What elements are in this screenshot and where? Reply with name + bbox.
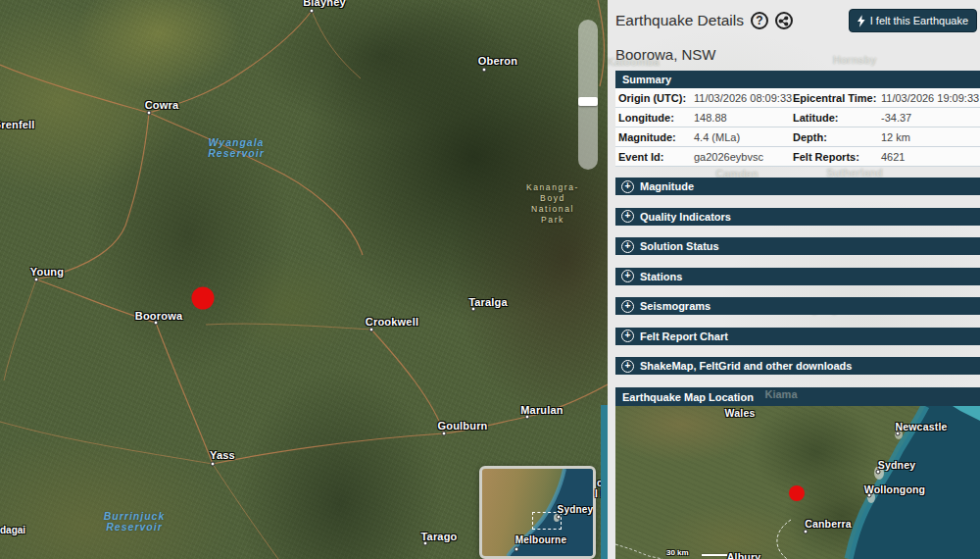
map-location-header: Earthquake Map Location [615,387,980,406]
accordion-stations[interactable]: +Stations [615,268,980,285]
town-dot-yass [211,462,216,467]
minimap-label-newcastle: Newcastle [895,421,947,432]
town-dot-young [34,278,39,282]
minimap-label-albury: Albury [727,551,760,559]
accordion-label: Felt Report Chart [640,330,728,342]
summary-value: 11/03/2026 19:09:33 [881,92,980,104]
summary-value: ga2026eybvsc [694,151,793,163]
expand-plus-icon: + [621,210,634,223]
map-label-young: Young [30,266,64,278]
accordion-magnitude[interactable]: +Magnitude [615,178,980,195]
minimap-dot-canberra [804,530,808,534]
summary-header: Summary [615,71,980,88]
town-dot-blayney [310,9,315,14]
minimap-scale-label: 30 km [666,548,689,557]
expand-plus-icon: + [621,180,634,193]
summary-label: Longitude: [618,112,694,124]
map-label-crookwell: Crookwell [366,316,418,328]
minimap-scale-line [702,554,727,556]
summary-label: Felt Reports: [793,151,881,163]
minimap-label-wales: Wales [725,407,756,419]
epicenter-marker[interactable] [192,287,215,310]
summary-row: Magnitude:4.4 (MLa)Depth:12 km [615,127,980,147]
map-zoom-handle[interactable] [578,97,598,106]
main-map[interactable]: SydneyMelbourne BlayneyOberonCowraGrenfe… [0,0,608,559]
share-icon[interactable] [775,12,793,29]
accordion-quality-indicators[interactable]: +Quality Indicators [615,208,980,226]
accordion-label: Solution Status [640,240,719,252]
minimap-edge-strip [601,405,608,559]
town-dot-crookwell [369,328,374,332]
town-dot-marulan [525,415,530,420]
accordion-label: Magnitude [640,180,694,192]
location-minimap[interactable]: 30 km WalesNewcastleSydneyWollongongCanb… [615,406,980,559]
water-label-wyangala-reservoir: Wyangala Reservoir [208,137,264,159]
minimap-dot-newcastle [896,432,901,436]
map-label-grenfell: Grenfell [0,119,35,130]
lightning-icon [858,15,865,27]
park-label-kanangra-boyd-national-park: Kanangra-Boyd National Park [525,182,580,226]
summary-label: Latitude: [793,112,881,124]
summary-value: 11/03/2026 08:09:33 [694,92,793,104]
ghost-label-katoomba: Katoomba [608,56,660,68]
accordion-felt-report-chart[interactable]: +Felt Report Chart [615,328,980,345]
summary-value: 4621 [881,151,980,163]
ghost-label-kiama: Kiama [764,388,797,400]
map-location-header-label: Earthquake Map Location [622,391,754,403]
map-label-boorowa: Boorowa [135,310,182,322]
town-dot-tarago [423,541,428,546]
felt-button-label: I felt this Earthquake [870,15,968,26]
map-label-yass: Yass [210,449,235,461]
town-dot-boorowa [154,321,159,326]
summary-value: 12 km [881,131,980,143]
accordion-shakemap-feltgrid-and-other-downloads[interactable]: +ShakeMap, FeltGrid and other downloads [615,357,980,375]
overview-inset-map[interactable]: SydneyMelbourne [479,466,596,559]
accordion-label: Quality Indicators [640,211,731,223]
expand-plus-icon: + [621,300,634,313]
summary-value: 148.88 [694,112,793,124]
water-label-burrinjuck-reservoir: Burrinjuck Reservoir [104,511,166,533]
minimap-dot-wollongong [867,493,872,498]
accordion-label: Seismograms [640,300,710,312]
expand-plus-icon: + [621,330,634,342]
summary-label: Origin (UTC): [618,92,694,104]
map-zoom-slider[interactable] [578,20,598,170]
summary-value: -34.37 [881,112,980,124]
share-glyph [778,16,789,26]
felt-earthquake-button[interactable]: I felt this Earthquake [849,9,977,32]
details-panel: Earthquake Details ? I felt this Earthqu… [608,0,980,559]
expand-plus-icon: + [621,240,634,253]
minimap-label-wollongong: Wollongong [864,483,925,495]
map-label-cowra: Cowra [145,99,179,111]
inset-label-sydney: Sydney [558,504,594,515]
help-icon[interactable]: ? [751,12,768,29]
minimap-label-sydney: Sydney [878,459,916,471]
town-dot-oberon [482,68,487,73]
summary-row: Event Id:ga2026eybvscFelt Reports:4621 [615,147,980,167]
town-dot-taralga [471,307,476,312]
inset-dot-melbourne [514,547,519,552]
panel-header: Earthquake Details ? I felt this Earthqu… [615,8,980,33]
accordion-solution-status[interactable]: +Solution Status [615,237,980,255]
summary-label: Event Id: [618,151,694,163]
summary-header-label: Summary [622,74,671,85]
minimap-label-canberra: Canberra [805,518,852,530]
accordion-label: ShakeMap, FeltGrid and other downloads [640,360,852,372]
minimap-dot-sydney [876,470,881,475]
map-label-goulburn: Goulburn [437,420,487,432]
app-window: SydneyMelbourne BlayneyOberonCowraGrenfe… [0,0,980,559]
town-dot-cowra [147,111,152,116]
town-dot-goulburn [442,432,447,436]
accordion-seismograms[interactable]: +Seismograms [615,297,980,315]
summary-row: Longitude:148.88Latitude:-34.37 [615,108,980,127]
map-label-oberon: Oberon [478,55,517,67]
expand-plus-icon: + [621,360,634,373]
partial-label-dagai: dagai [0,525,25,535]
summary-label: Depth: [793,131,881,143]
accordion-label: Stations [640,271,682,282]
expand-plus-icon: + [621,270,634,282]
inset-label-melbourne: Melbourne [515,534,566,545]
summary-table: Origin (UTC):11/03/2026 08:09:33Epicentr… [615,88,980,167]
summary-value: 4.4 (MLa) [694,131,793,143]
summary-row: Origin (UTC):11/03/2026 08:09:33Epicentr… [615,88,980,108]
